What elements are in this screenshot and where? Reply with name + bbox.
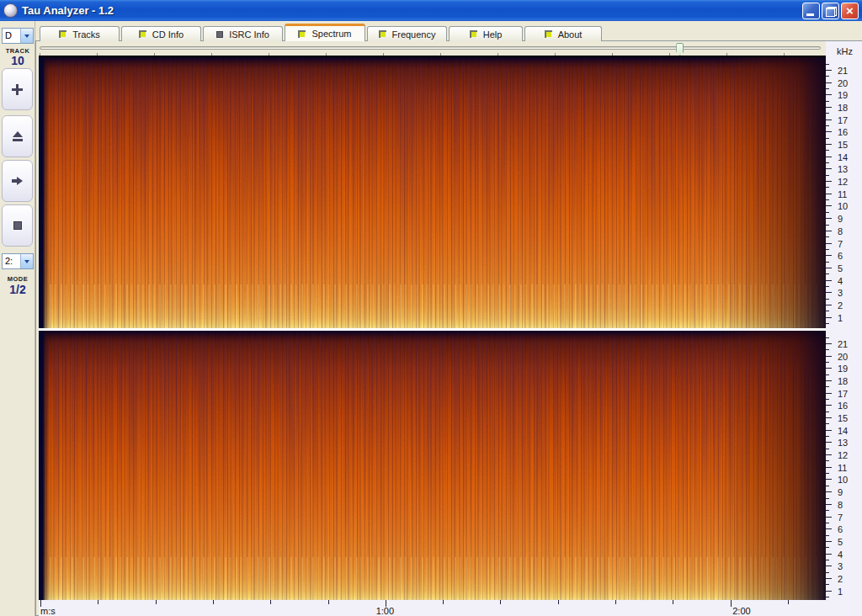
khz-major-tick <box>826 268 832 268</box>
chevron-down-icon[interactable] <box>20 29 33 43</box>
khz-minor-tick <box>826 374 829 375</box>
tab-label: CD Info <box>152 29 184 40</box>
khz-major-tick <box>826 566 832 566</box>
khz-minor-tick <box>826 572 829 573</box>
khz-tick-label: 6 <box>838 524 858 534</box>
khz-minor-tick <box>826 311 829 311</box>
khz-tick-label: 21 <box>838 339 858 349</box>
eject-button[interactable] <box>2 115 33 157</box>
khz-major-tick <box>826 305 832 305</box>
khz-minor-tick <box>826 262 829 263</box>
khz-minor-tick <box>826 162 829 163</box>
time-tick <box>270 600 271 604</box>
khz-minor-tick <box>826 449 829 449</box>
app-icon <box>3 3 18 18</box>
khz-minor-tick <box>826 436 829 437</box>
track-number: 10 <box>0 54 35 67</box>
khz-major-tick <box>826 205 832 206</box>
tab-about[interactable]: About <box>524 26 602 41</box>
flag-icon <box>545 30 552 38</box>
khz-major-tick <box>826 467 832 468</box>
khz-tick-label: 13 <box>838 164 858 174</box>
play-button[interactable] <box>2 160 33 202</box>
khz-tick-label: 16 <box>838 401 858 411</box>
khz-minor-tick <box>826 486 829 486</box>
content-panel: kHz 212019181716151413121110987654321 21… <box>35 40 862 616</box>
khz-tick-label: 17 <box>838 389 858 399</box>
khz-tick-label: 5 <box>838 263 858 273</box>
khz-major-tick <box>826 405 832 406</box>
khz-minor-tick <box>826 299 829 300</box>
khz-major-tick <box>826 430 832 431</box>
time-tick <box>328 600 329 604</box>
time-axis-origin-label: m:s <box>40 606 56 616</box>
khz-major-tick <box>826 181 832 182</box>
close-button[interactable]: × <box>841 3 859 19</box>
khz-major-tick <box>826 380 832 381</box>
spectrogram-plot <box>39 56 826 600</box>
khz-minor-tick <box>826 560 829 560</box>
minimize-icon <box>806 13 814 16</box>
khz-tick-label: 15 <box>838 140 858 150</box>
device-combobox[interactable]: D <box>2 28 34 44</box>
khz-minor-tick <box>826 399 829 400</box>
khz-tick-label: 12 <box>838 177 858 187</box>
tab-label: Frequency <box>392 29 436 40</box>
khz-major-tick <box>826 107 832 108</box>
khz-minor-tick <box>826 412 829 412</box>
flag-icon <box>59 30 67 38</box>
khz-minor-tick <box>826 76 829 77</box>
axis-corner <box>826 600 862 616</box>
mode-value: 1/2 <box>0 283 35 296</box>
spectrogram-channel-1 <box>39 57 826 328</box>
khz-minor-tick <box>826 88 829 89</box>
khz-tick-label: 14 <box>838 152 858 162</box>
khz-tick-label: 15 <box>838 413 858 423</box>
khz-major-tick <box>826 541 832 542</box>
khz-tick-label: 7 <box>838 239 858 249</box>
khz-major-tick <box>826 578 832 579</box>
tab-cd-info[interactable]: CD Info <box>121 26 201 41</box>
tab-frequency[interactable]: Frequency <box>367 26 447 41</box>
khz-major-tick <box>826 356 832 357</box>
khz-minor-tick <box>826 175 829 176</box>
add-button[interactable] <box>2 68 33 110</box>
khz-minor-tick <box>826 597 829 597</box>
restore-button[interactable] <box>822 3 839 19</box>
khz-minor-tick <box>826 423 829 424</box>
square-icon <box>216 31 223 38</box>
tab-isrc-info[interactable]: ISRC Info <box>203 26 283 41</box>
main-area: TracksCD InfoISRC InfoSpectrumFrequencyH… <box>35 21 862 616</box>
khz-major-tick <box>826 517 832 518</box>
tab-spectrum[interactable]: Spectrum <box>285 24 365 41</box>
window-controls: × <box>802 3 859 19</box>
tab-help[interactable]: Help <box>449 26 523 41</box>
khz-tick-label: 11 <box>838 189 858 199</box>
khz-tick-label: 9 <box>838 214 858 224</box>
khz-major-tick <box>826 491 832 492</box>
khz-tick-label: 3 <box>838 561 858 571</box>
khz-major-tick <box>826 442 832 443</box>
khz-axis-channel-1: 212019181716151413121110987654321 <box>826 57 862 328</box>
tab-tracks[interactable]: Tracks <box>40 26 120 41</box>
khz-tick-label: 10 <box>838 475 858 485</box>
khz-major-tick <box>826 131 832 132</box>
khz-tick-label: 10 <box>838 201 858 211</box>
khz-minor-tick <box>826 584 829 585</box>
time-tick <box>500 600 501 604</box>
khz-major-tick <box>826 591 832 592</box>
slider-track[interactable] <box>40 46 821 50</box>
time-tick <box>615 600 616 604</box>
tab-label: Tracks <box>72 29 100 40</box>
khz-minor-tick <box>826 187 829 188</box>
khz-tick-label: 8 <box>838 226 858 236</box>
mode-combobox[interactable]: 2: <box>2 253 34 269</box>
stop-button[interactable] <box>2 204 33 247</box>
minimize-button[interactable] <box>802 3 820 19</box>
khz-minor-tick <box>826 199 829 200</box>
khz-major-tick <box>826 218 832 219</box>
chevron-down-icon[interactable] <box>20 254 33 268</box>
mode-combobox-value: 2: <box>3 254 20 268</box>
khz-minor-tick <box>826 212 829 213</box>
spectrogram-channel-2 <box>39 331 826 600</box>
